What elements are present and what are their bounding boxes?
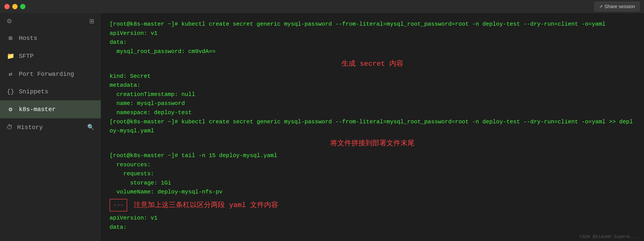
- new-tab-icon: ⊞: [89, 18, 94, 24]
- sidebar-item-label: Port Forwarding: [19, 71, 74, 78]
- terminal-line: mysql_root_password: cm9vdA==: [110, 47, 635, 56]
- terminal-line: --- 注意加上这三条杠以区分两段 yaml 文件内容: [110, 197, 635, 214]
- terminal-line: kind: Secret: [110, 72, 635, 81]
- terminal-line: [root@k8s-master ~]# kubectl create secr…: [110, 118, 635, 136]
- sidebar: ⚙ ⊞ ⊞ Hosts 📁 SFTP ⇄ Port Forwarding {} …: [0, 0, 101, 241]
- window-controls: [4, 4, 26, 9]
- sftp-icon: 📁: [6, 52, 14, 60]
- sidebar-item-history[interactable]: ⏱ History 🔍: [0, 118, 101, 136]
- terminal-line: 将文件拼接到部署文件末尾: [110, 136, 635, 151]
- main-content: [root@k8s-master ~]# kubectl create secr…: [101, 0, 644, 241]
- terminal-line: creationTimestamp: null: [110, 90, 635, 99]
- separator-annotation: 注意加上这三条杠以区分两段 yaml 文件内容: [134, 200, 278, 211]
- terminal-line: name: mysql-password: [110, 99, 635, 108]
- sidebar-item-k8s-master[interactable]: ⚙ k8s-master: [0, 100, 101, 118]
- terminal-line: volumeName: deploy-mysql-nfs-pv: [110, 188, 635, 197]
- terminal-line: apiVersion: v1: [110, 214, 635, 223]
- sidebar-item-label: SFTP: [19, 53, 34, 60]
- sidebar-item-hosts[interactable]: ⊞ Hosts: [0, 29, 101, 47]
- separator-box: ---: [110, 199, 127, 212]
- sidebar-item-sftp[interactable]: 📁 SFTP: [0, 47, 101, 65]
- share-session-label: Share session: [604, 4, 635, 10]
- snippets-icon: {}: [6, 88, 14, 95]
- bottom-bar: CSDN @XiaoHH Superm...: [101, 232, 644, 241]
- history-icon: ⏱: [6, 124, 13, 131]
- watermark: CSDN @XiaoHH Superm...: [580, 234, 638, 239]
- hosts-icon: ⊞: [6, 34, 14, 42]
- share-icon: ↗: [599, 4, 603, 9]
- terminal[interactable]: [root@k8s-master ~]# kubectl create secr…: [101, 13, 644, 232]
- terminal-line: 生成 secret 内容: [110, 56, 635, 72]
- maximize-button[interactable]: [20, 4, 26, 9]
- sidebar-item-label: k8s-master: [19, 106, 56, 113]
- settings-icon-button[interactable]: ⚙: [6, 18, 12, 25]
- history-left: ⏱ History: [6, 124, 43, 131]
- titlebar: ↗ Share session: [0, 0, 644, 13]
- sidebar-nav: ⊞ Hosts 📁 SFTP ⇄ Port Forwarding {} Snip…: [0, 29, 101, 241]
- minimize-button[interactable]: [12, 4, 18, 9]
- sidebar-item-port-forwarding[interactable]: ⇄ Port Forwarding: [0, 65, 101, 83]
- terminal-line: apiVersion: v1: [110, 29, 635, 38]
- k8s-master-icon: ⚙: [6, 106, 14, 113]
- terminal-line: data:: [110, 38, 635, 47]
- terminal-line: [root@k8s-master ~]# kubectl create secr…: [110, 20, 635, 29]
- settings-icon: ⚙: [6, 18, 12, 24]
- terminal-line: requests:: [110, 169, 635, 178]
- share-session-button[interactable]: ↗ Share session: [594, 2, 640, 12]
- search-icon[interactable]: 🔍: [87, 124, 94, 131]
- terminal-line: data:: [110, 223, 635, 232]
- port-forwarding-icon: ⇄: [6, 70, 14, 78]
- sidebar-top: ⚙ ⊞: [0, 13, 101, 29]
- terminal-line: metadata:: [110, 81, 635, 90]
- close-button[interactable]: [4, 4, 10, 9]
- sidebar-item-label: Hosts: [19, 35, 37, 42]
- sidebar-item-snippets[interactable]: {} Snippets: [0, 83, 101, 100]
- sidebar-item-label: Snippets: [19, 88, 48, 95]
- new-tab-icon-button[interactable]: ⊞: [89, 18, 94, 25]
- titlebar-right: ↗ Share session: [594, 2, 640, 12]
- terminal-line: [root@k8s-master ~]# tail -n 15 deploy-m…: [110, 151, 635, 160]
- terminal-line: storage: 1Gi: [110, 178, 635, 188]
- terminal-line: resources:: [110, 160, 635, 170]
- terminal-line: namespace: deploy-test: [110, 108, 635, 118]
- history-label: History: [17, 124, 43, 131]
